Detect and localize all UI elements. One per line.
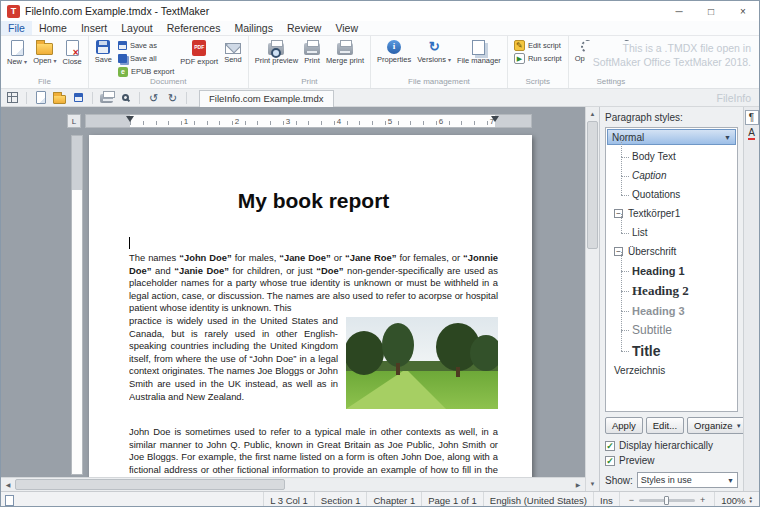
style-item-normal[interactable]: Normal ▼ (607, 129, 736, 145)
page-indicator[interactable]: Page 1 of 1 (421, 492, 483, 507)
display-hierarchically-checkbox[interactable]: ✓ Display hierarchically (605, 440, 738, 451)
zoom-spin-down-icon[interactable]: ▼ (749, 500, 753, 504)
pdf-export-button[interactable]: PDF PDF export (177, 37, 221, 66)
section-indicator[interactable]: Section 1 (314, 492, 367, 507)
style-item-ueberschrift[interactable]: −Überschrift (607, 242, 736, 261)
zoom-slider-thumb[interactable] (664, 496, 669, 505)
horizontal-scrollbar[interactable]: ◀ ▶ (1, 477, 585, 491)
print-button[interactable]: Print (301, 37, 323, 65)
epub-export-button[interactable]: e EPUB export (118, 66, 174, 77)
style-item-body-text[interactable]: Body Text (607, 147, 736, 166)
group-label-document: Document (92, 77, 245, 88)
style-item-verzeichnis[interactable]: Verzeichnis (607, 361, 736, 380)
style-item-title[interactable]: Title (607, 340, 736, 361)
chapter-indicator[interactable]: Chapter 1 (366, 492, 421, 507)
style-item-textkoerper1[interactable]: −Textkörper1 (607, 204, 736, 223)
menu-layout[interactable]: Layout (114, 21, 160, 35)
print-preview-button-small[interactable] (118, 91, 133, 105)
panels-button[interactable] (5, 91, 20, 105)
style-item-list[interactable]: List (607, 223, 736, 242)
merge-print-icon (337, 43, 353, 55)
insert-mode-indicator[interactable]: Ins (593, 492, 619, 507)
style-item-quotations[interactable]: Quotations (607, 185, 736, 204)
zoom-out-button[interactable]: − (626, 495, 637, 505)
checkbox-checked-icon[interactable]: ✓ (605, 441, 615, 451)
dropdown-icon: ▼ (724, 134, 731, 141)
style-item-caption[interactable]: Caption (607, 166, 736, 185)
save-button-small[interactable] (71, 91, 86, 105)
toolbar-separator (26, 92, 27, 104)
open-button-small[interactable] (52, 91, 67, 105)
save-button[interactable]: Save (92, 37, 115, 64)
character-style-icon: A (748, 128, 755, 140)
new-button[interactable]: New ▾ (4, 37, 30, 66)
preview-checkbox[interactable]: ✓ Preview (605, 455, 738, 466)
style-item-subtitle[interactable]: Subtitle (607, 320, 736, 340)
new-document-button[interactable] (33, 91, 48, 105)
save-icon (96, 40, 110, 54)
character-styles-tab[interactable]: A (745, 126, 759, 141)
document-tab[interactable]: FileInfo.com Example.tmdx (199, 90, 334, 107)
menu-references[interactable]: References (160, 21, 228, 35)
landscape-photo[interactable] (346, 317, 498, 409)
send-button[interactable]: Send (221, 37, 245, 64)
sheet-button[interactable] (1, 492, 18, 507)
print-button-small[interactable] (99, 91, 114, 105)
toolbar-separator (186, 92, 187, 104)
versions-button[interactable]: ↻ Versions ▾ (414, 37, 454, 64)
minimize-button[interactable]: ─ (663, 1, 695, 21)
scroll-down-icon[interactable]: ▼ (586, 477, 599, 491)
vertical-scroll-thumb[interactable] (587, 121, 598, 249)
vertical-scrollbar[interactable]: ▲ ▼ (585, 107, 599, 491)
zoom-level[interactable]: 100% ▲ ▼ (714, 492, 759, 507)
style-item-heading-3[interactable]: Heading 3 (607, 301, 736, 320)
save-all-button[interactable]: Save all (118, 53, 174, 64)
scroll-up-icon[interactable]: ▲ (586, 107, 599, 121)
style-item-heading-1[interactable]: Heading 1 (607, 261, 736, 280)
checkbox-checked-icon[interactable]: ✓ (605, 456, 615, 466)
close-document-button[interactable]: Close (60, 37, 85, 66)
language-indicator[interactable]: English (United States) (483, 492, 593, 507)
scroll-right-icon[interactable]: ▶ (571, 478, 585, 491)
style-item-heading-2[interactable]: Heading 2 (607, 280, 736, 301)
printer-icon (100, 94, 113, 103)
menu-review[interactable]: Review (280, 21, 328, 35)
redo-button[interactable]: ↻ (165, 91, 180, 105)
organize-button[interactable]: Organize ▼ (687, 417, 749, 434)
print-preview-button[interactable]: Print preview (252, 37, 301, 65)
tab-stop-selector[interactable]: L (67, 114, 81, 128)
run-script-button[interactable]: ▶ Run script (514, 53, 562, 64)
properties-button[interactable]: i Properties (374, 37, 414, 64)
maximize-button[interactable]: □ (695, 1, 727, 21)
textmaker-window: T FileInfo.com Example.tmdx - TextMaker … (0, 0, 760, 507)
open-button[interactable]: Open ▾ (30, 37, 59, 65)
menu-view[interactable]: View (328, 21, 365, 35)
apply-button[interactable]: Apply (605, 417, 643, 434)
paragraph-1-continued[interactable]: practice is widely used in the United St… (129, 315, 498, 413)
horizontal-scroll-thumb[interactable] (15, 479, 285, 490)
menu-file[interactable]: File (1, 21, 32, 35)
file-manager-button[interactable]: File manager (454, 37, 504, 65)
edit-script-button[interactable]: ✎ Edit script (514, 40, 562, 51)
zoom-in-button[interactable]: + (697, 495, 708, 505)
close-button[interactable]: × (727, 1, 759, 21)
cursor-position[interactable]: L 3 Col 1 (263, 492, 314, 507)
paragraph-styles-tab[interactable]: ¶ (745, 110, 759, 125)
document-page[interactable]: My book report The names “John Doe” for … (89, 135, 532, 491)
left-margin-marker[interactable] (126, 116, 134, 122)
menu-home[interactable]: Home (32, 21, 74, 35)
fileinfo-watermark: FileInfo (717, 92, 755, 104)
group-label-file: File (4, 77, 85, 88)
undo-button[interactable]: ↺ (146, 91, 161, 105)
merge-print-button[interactable]: Merge print (323, 37, 367, 65)
edit-button[interactable]: Edit... (646, 417, 684, 434)
document-heading[interactable]: My book report (129, 189, 498, 213)
right-margin-marker[interactable] (491, 116, 499, 122)
scroll-left-icon[interactable]: ◀ (1, 478, 15, 491)
menu-insert[interactable]: Insert (74, 21, 114, 35)
paragraph-1[interactable]: The names “John Doe” for males, “Jane Do… (129, 252, 498, 315)
menu-mailings[interactable]: Mailings (227, 21, 280, 35)
zoom-slider[interactable] (639, 499, 695, 502)
show-dropdown[interactable]: Styles in use ▼ (637, 472, 738, 488)
save-as-button[interactable]: Save as (118, 40, 174, 51)
